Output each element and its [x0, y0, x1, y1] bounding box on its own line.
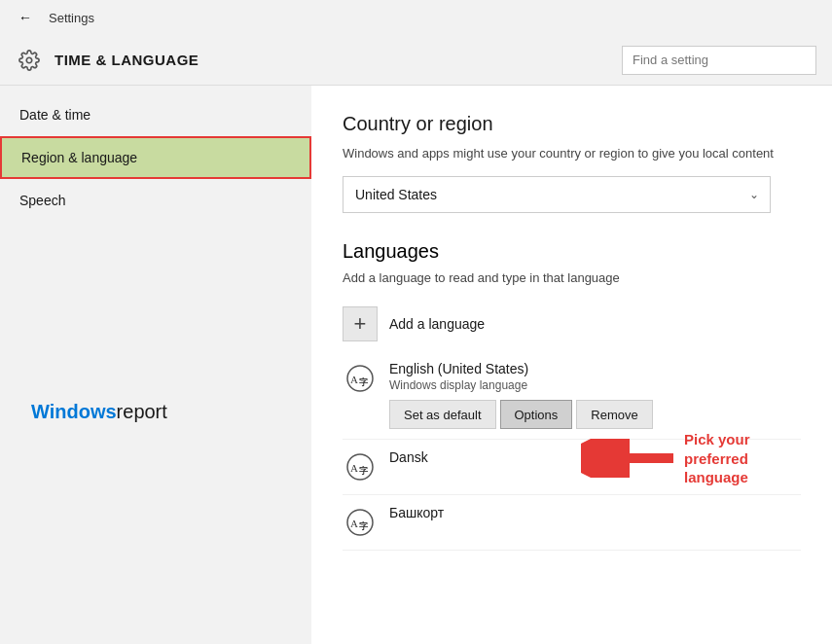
country-select-wrapper: United States ⌄ — [343, 176, 771, 213]
annotation-text: Pick your preferred language — [684, 430, 811, 487]
language-info-bashkort: Башкорт — [389, 505, 801, 520]
add-language-button[interactable]: + — [343, 306, 378, 341]
brand-windows: Windows — [31, 401, 117, 423]
language-icon-dansk: A 字 — [343, 449, 378, 484]
section-title: TIME & LANGUAGE — [54, 52, 610, 68]
svg-point-0 — [26, 57, 32, 63]
add-language-row[interactable]: + Add a language — [343, 299, 801, 349]
gear-icon — [16, 47, 43, 74]
svg-text:A: A — [350, 462, 358, 474]
annotation-container: Pick your preferred language — [581, 430, 811, 487]
search-input[interactable] — [622, 46, 816, 75]
language-info-english: English (United States) Windows display … — [389, 361, 801, 429]
language-sub-english: Windows display language — [389, 378, 801, 392]
header-strip: TIME & LANGUAGE — [0, 35, 832, 86]
sidebar-item-region-language[interactable]: Region & language — [0, 136, 311, 179]
main-layout: Date & time Region & language Speech Win… — [0, 86, 832, 644]
language-name-bashkort: Башкорт — [389, 505, 801, 520]
plus-icon: + — [354, 311, 367, 337]
sidebar-item-label: Region & language — [21, 150, 137, 165]
language-item-english: A 字 English (United States) Windows disp… — [343, 351, 801, 440]
brand-report: report — [117, 401, 167, 423]
content-area: Country or region Windows and apps might… — [311, 86, 832, 644]
svg-text:字: 字 — [359, 465, 369, 476]
language-name-english: English (United States) — [389, 361, 801, 376]
country-region-desc: Windows and apps might use your country … — [343, 145, 801, 162]
svg-text:A: A — [350, 374, 358, 385]
branding: Windowsreport — [16, 206, 327, 423]
red-arrow-icon — [581, 439, 678, 478]
svg-text:字: 字 — [359, 520, 369, 531]
remove-button[interactable]: Remove — [576, 400, 652, 429]
options-button[interactable]: Options — [500, 400, 573, 429]
language-icon-english: A 字 — [343, 361, 378, 396]
back-icon: ← — [18, 10, 32, 25]
language-item-bashkort[interactable]: A 字 Башкорт — [343, 495, 801, 551]
sidebar: Date & time Region & language Speech Win… — [0, 86, 311, 644]
svg-text:A: A — [350, 518, 358, 529]
country-select[interactable]: United States — [343, 176, 771, 213]
language-icon-bashkort: A 字 — [343, 505, 378, 540]
country-region-heading: Country or region — [343, 113, 801, 135]
add-language-label: Add a language — [389, 316, 485, 332]
set-as-default-button[interactable]: Set as default — [389, 400, 496, 429]
sidebar-item-label: Date & time — [19, 107, 90, 123]
sidebar-item-date-time[interactable]: Date & time — [0, 93, 311, 136]
language-buttons-english: Set as default Options Remove — [389, 400, 801, 429]
languages-heading: Languages — [343, 240, 801, 263]
settings-title: Settings — [49, 11, 94, 25]
back-button[interactable]: ← — [12, 4, 39, 31]
svg-text:字: 字 — [359, 376, 369, 387]
dansk-row-wrapper: A 字 Dansk Pick your — [343, 440, 801, 495]
title-bar: ← Settings — [0, 0, 832, 35]
languages-desc: Add a language to read and type in that … — [343, 270, 801, 285]
